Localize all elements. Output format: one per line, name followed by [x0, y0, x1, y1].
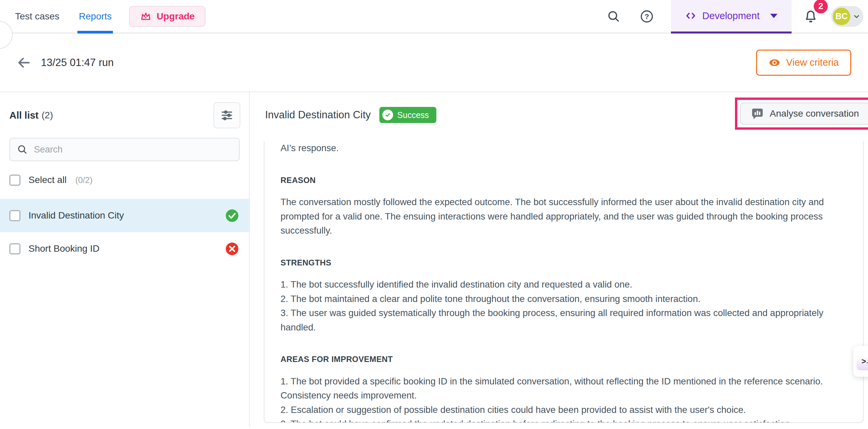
fail-status-icon — [225, 242, 239, 256]
account-menu[interactable]: BC — [831, 6, 863, 27]
search-icon — [17, 144, 28, 155]
tab-test-cases[interactable]: Test cases — [15, 0, 59, 32]
section-heading-areas-for-improvement: AREAS FOR IMPROVEMENT — [280, 352, 854, 367]
section-paragraph: 1. The bot successfully identified the i… — [280, 277, 854, 292]
svg-text:?: ? — [645, 12, 649, 21]
back-button[interactable] — [16, 55, 31, 70]
evaluation-report-panel[interactable]: AI’s response. REASON The conversation m… — [264, 141, 864, 423]
list-item-label: Invalid Destination City — [29, 210, 124, 221]
select-all-row: Select all (0/2) — [0, 161, 249, 199]
nav-tabs: Test cases Reports — [15, 0, 112, 32]
section-paragraph: 3. The user was guided systematically th… — [280, 306, 854, 335]
filter-sliders-icon — [220, 108, 234, 122]
analyse-conversation-label: Analyse conversation — [770, 108, 859, 119]
view-criteria-button[interactable]: View criteria — [756, 50, 851, 76]
search-icon[interactable] — [607, 9, 621, 24]
side-panel-toggle[interactable]: >~ — [853, 346, 868, 377]
section-paragraph: The conversation mostly followed the exp… — [280, 195, 854, 238]
section-heading-strengths: STRENGTHS — [280, 256, 854, 270]
analyse-conversation-button[interactable]: Analyse conversation — [740, 102, 868, 125]
list-item-invalid-destination-city[interactable]: Invalid Destination City — [0, 199, 249, 232]
case-title: Invalid Destination City — [265, 109, 371, 121]
chevron-down-icon — [852, 12, 861, 21]
select-all-label: Select all — [29, 175, 67, 185]
row-checkbox[interactable] — [9, 210, 21, 221]
report-main: Invalid Destination City Success — [250, 92, 868, 427]
terminal-prompt-icon: >~ — [857, 352, 868, 370]
tab-reports[interactable]: Reports — [79, 0, 112, 32]
list-item-short-booking-id[interactable]: Short Booking ID — [0, 232, 249, 265]
run-title: 13/25 01:47 run — [41, 57, 114, 69]
status-badge: Success — [379, 107, 436, 123]
select-all-checkbox[interactable] — [9, 175, 21, 186]
app-root: Test cases Reports Upgrade ? — [0, 0, 868, 429]
upgrade-button[interactable]: Upgrade — [129, 6, 206, 27]
report-intro-fragment: AI’s response. — [280, 141, 854, 155]
environment-selector[interactable]: Development — [671, 0, 792, 33]
sidebar-header: All list (2) — [0, 92, 249, 134]
code-brackets-icon — [685, 10, 696, 22]
section-paragraph: 2. Escalation or suggestion of possible … — [280, 403, 854, 417]
crown-icon — [140, 10, 152, 23]
test-case-sidebar: All list (2) Select all — [0, 92, 250, 427]
section-paragraph: 2. The bot maintained a clear and polite… — [280, 292, 854, 306]
list-item-label: Short Booking ID — [29, 243, 99, 254]
eye-icon — [769, 57, 780, 69]
status-badge-label: Success — [397, 110, 429, 120]
sidebar-count: (2) — [41, 110, 53, 121]
search-input[interactable] — [34, 145, 232, 155]
section-heading-reason: REASON — [280, 173, 854, 188]
run-toolbar: 13/25 01:47 run View criteria — [0, 33, 868, 92]
environment-label: Development — [703, 10, 760, 22]
success-status-icon — [225, 209, 239, 222]
top-nav: Test cases Reports Upgrade ? — [0, 0, 868, 33]
filter-button[interactable] — [214, 102, 240, 128]
help-icon[interactable]: ? — [640, 9, 654, 24]
section-paragraph: 3. The bot could have confirmed the upda… — [280, 417, 854, 423]
chevron-down-icon — [770, 14, 777, 18]
avatar: BC — [833, 8, 850, 25]
content-area: All list (2) Select all — [0, 92, 868, 427]
notification-count-badge: 2 — [814, 0, 828, 13]
select-all-count: (0/2) — [75, 175, 93, 185]
view-criteria-label: View criteria — [786, 57, 839, 68]
highlight-annotation: Analyse conversation — [735, 97, 868, 130]
upgrade-label: Upgrade — [156, 11, 195, 22]
sidebar-title: All list — [9, 110, 38, 121]
check-icon — [382, 110, 393, 120]
row-checkbox[interactable] — [9, 243, 21, 254]
section-paragraph: 1. The bot provided a specific booking I… — [280, 374, 854, 403]
notifications-button[interactable]: 2 — [803, 8, 818, 25]
sidebar-search — [9, 138, 240, 161]
chat-analytics-icon — [751, 107, 764, 120]
